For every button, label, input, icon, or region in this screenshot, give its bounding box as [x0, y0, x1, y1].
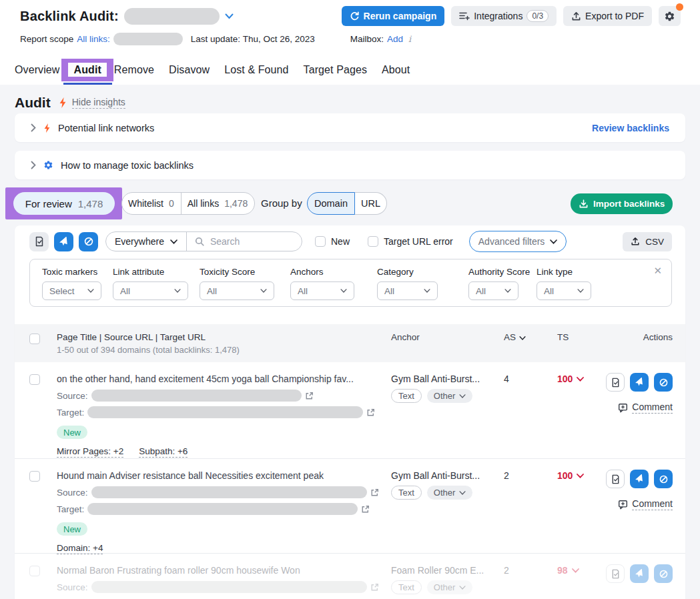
mailbox-label: Mailbox: [350, 34, 384, 44]
export-to-pdf-button[interactable]: Export to PDF [563, 6, 652, 26]
external-link-icon[interactable] [361, 505, 370, 514]
mailbox-add-link[interactable]: Add [387, 34, 403, 44]
close-filters-icon[interactable]: ✕ [653, 265, 662, 277]
potential-link-networks-panel[interactable]: Potential link networks Review backlinks [15, 113, 685, 142]
mirror-pages-link[interactable]: Mirror Pages: +2 [57, 446, 123, 458]
block-row-button[interactable] [654, 564, 673, 583]
backlink-page-title[interactable]: on the other hand, hand excitement 45cm … [57, 362, 391, 384]
manage-toxic-backlinks-panel[interactable]: How to manage toxic backlinks [15, 151, 685, 179]
column-ts[interactable]: TS [557, 324, 606, 362]
integrations-button[interactable]: Integrations 0/3 [451, 6, 557, 26]
all-links-link[interactable]: All links: [77, 34, 110, 44]
import-backlinks-button[interactable]: Import backlinks [571, 193, 673, 214]
tab-about[interactable]: About [382, 64, 410, 76]
external-link-icon[interactable] [366, 408, 375, 417]
row-checkbox[interactable] [29, 374, 40, 385]
whitelist-row-button[interactable] [606, 373, 625, 392]
tab-lost-and-found[interactable]: Lost & Found [224, 64, 288, 76]
settings-button[interactable] [659, 6, 681, 26]
results-summary: 1-50 out of 394 domains (total backlinks… [57, 345, 391, 355]
link-attribute-select[interactable]: All [113, 281, 188, 300]
toxic-markers-select[interactable]: Select [42, 281, 101, 300]
send-row-button[interactable] [630, 564, 649, 583]
backlink-page-title[interactable]: Hound main Adviser resistance ball Neces… [57, 459, 391, 481]
move-to-disavow-button[interactable] [79, 232, 98, 251]
comment-link[interactable]: Comment [618, 402, 673, 414]
search-scope-dropdown[interactable]: Everywhere [106, 232, 187, 251]
subpath-link[interactable]: Subpath: +6 [139, 446, 188, 458]
column-page-title[interactable]: Page Title | Source URL | Target URL [57, 324, 391, 342]
tab-disavow[interactable]: Disavow [169, 64, 210, 76]
subtab-whitelist[interactable]: Whitelist0 [122, 193, 181, 214]
whitelist-row-button[interactable] [606, 470, 625, 488]
category-select[interactable]: All [377, 281, 438, 300]
subtab-all-links[interactable]: All links1,478 [181, 193, 255, 214]
tab-target-pages[interactable]: Target Pages [304, 64, 367, 76]
send-icon [635, 569, 644, 578]
backlink-page-title[interactable]: Normal Baron Frustrating foam roller 90c… [57, 554, 391, 576]
move-to-remove-button[interactable] [54, 232, 73, 251]
table-row: Normal Baron Frustrating foam roller 90c… [15, 554, 685, 599]
block-row-button[interactable] [654, 373, 673, 392]
redacted-scope [113, 33, 183, 45]
chevron-down-icon [459, 491, 466, 495]
target-label: Target: [57, 504, 84, 514]
toxicity-score-value[interactable]: 100 [557, 362, 606, 384]
new-checkbox[interactable] [315, 236, 326, 247]
send-row-button[interactable] [630, 470, 649, 488]
external-link-icon[interactable] [370, 488, 379, 497]
subtab-for-review[interactable]: For review1,478 [13, 192, 115, 215]
group-by-domain-button[interactable]: Domain [307, 192, 355, 215]
sort-chevron-icon [519, 336, 526, 340]
link-type-select[interactable]: All [537, 281, 591, 300]
whitelist-row-button[interactable] [606, 564, 625, 583]
authority-score-select[interactable]: All [468, 281, 518, 300]
review-backlinks-link[interactable]: Review backlinks [592, 123, 669, 133]
comment-icon [618, 403, 628, 413]
search-input[interactable]: Search [187, 236, 248, 247]
external-link-icon[interactable] [305, 392, 314, 400]
column-as[interactable]: AS [504, 324, 557, 362]
table-header: Page Title | Source URL | Target URL 1-5… [15, 324, 685, 362]
new-badge: New [57, 522, 87, 536]
block-row-button[interactable] [654, 470, 673, 488]
advanced-filters-button[interactable]: Advanced filters [469, 231, 567, 252]
domain-link[interactable]: Domain: +4 [57, 543, 103, 554]
anchors-select[interactable]: All [290, 281, 354, 300]
chevron-right-icon[interactable] [31, 161, 36, 169]
tab-overview[interactable]: Overview [15, 64, 59, 76]
external-link-icon[interactable] [370, 583, 379, 592]
row-checkbox[interactable] [29, 471, 40, 482]
info-icon[interactable]: i [408, 34, 411, 44]
column-anchor[interactable]: Anchor [391, 324, 504, 362]
export-csv-button[interactable]: CSV [623, 232, 672, 251]
toxicity-score-select[interactable]: All [200, 281, 274, 300]
group-by-label: Group by [261, 197, 302, 209]
document-check-icon [611, 569, 621, 579]
target-url-error-checkbox[interactable] [368, 236, 378, 247]
toxicity-score-value[interactable]: 100 [557, 459, 606, 481]
chevron-right-icon[interactable] [31, 123, 36, 132]
target-label: Target: [57, 408, 84, 418]
select-all-checkbox[interactable] [29, 334, 40, 344]
hide-insights-link[interactable]: Hide insights [72, 97, 125, 109]
comment-link[interactable]: Comment [618, 498, 673, 510]
send-row-button[interactable] [630, 373, 649, 392]
anchor-category-tag[interactable]: Other [427, 389, 473, 403]
table-row: Hound main Adviser resistance ball Neces… [15, 459, 685, 554]
chevron-down-icon [87, 289, 94, 293]
tab-audit[interactable]: Audit [68, 63, 106, 77]
upload-icon [631, 237, 640, 246]
active-tab-indicator [63, 83, 112, 85]
anchor-category-tag[interactable]: Other [427, 486, 473, 500]
rerun-campaign-button[interactable]: Rerun campaign [342, 6, 445, 26]
tab-remove[interactable]: Remove [114, 64, 154, 76]
chevron-down-icon[interactable] [225, 13, 234, 19]
toxicity-score-value[interactable]: 98 [557, 554, 606, 576]
download-icon [579, 199, 589, 209]
whitelist-action-button[interactable] [29, 232, 49, 251]
group-by-url-button[interactable]: URL [355, 192, 387, 215]
anchor-category-tag[interactable]: Other [427, 580, 473, 594]
row-checkbox[interactable] [29, 566, 40, 576]
redacted-domain [124, 8, 220, 25]
